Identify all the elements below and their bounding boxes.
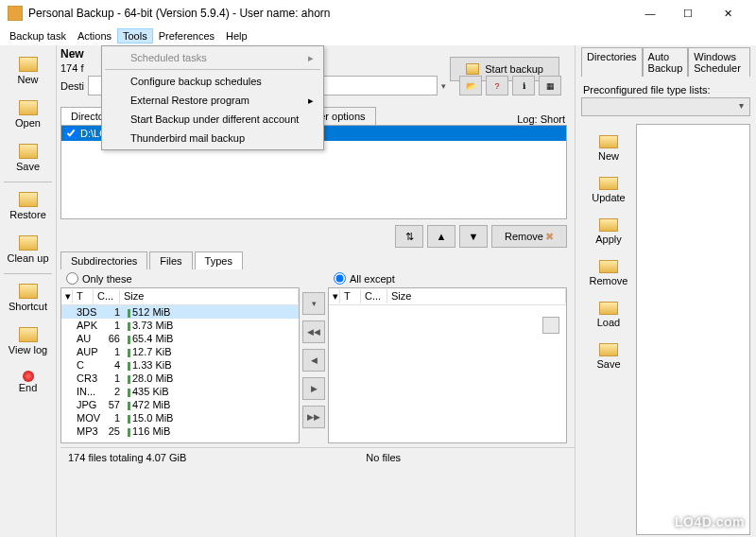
subtab-subdirectories[interactable]: Subdirectories — [60, 251, 147, 269]
separator — [4, 273, 52, 274]
move-far-right-button[interactable]: ▶▶ — [302, 406, 325, 428]
move-left-button[interactable]: ◀ — [302, 349, 325, 372]
move-all-left-button[interactable]: ▾ — [302, 292, 325, 315]
submenu-arrow-icon: ▸ — [308, 52, 314, 64]
type-row[interactable]: MP325116 MiB — [61, 424, 299, 438]
dest-info-button[interactable]: ℹ — [512, 76, 535, 95]
dest-extra-button[interactable]: ▦ — [539, 76, 561, 95]
rp-new-button[interactable]: New — [596, 131, 621, 165]
mi-configure-schedules[interactable]: Configure backup schedules — [104, 72, 321, 91]
type-row[interactable]: AU6665.4 MiB — [61, 332, 299, 345]
only-these-list[interactable]: ▾TC...Size 3DS1512 MiBAPK13.73 MiBAU6665… — [60, 287, 300, 443]
maximize-button[interactable]: ☐ — [669, 0, 707, 26]
btn-label: Remove — [590, 275, 628, 286]
viewlog-button[interactable]: View log — [2, 320, 54, 362]
btn-label: Save — [16, 161, 40, 172]
all-except-radio[interactable] — [334, 272, 346, 285]
rp-load-button[interactable]: Load — [595, 298, 622, 332]
rp-apply-button[interactable]: Apply — [593, 215, 624, 249]
restore-button[interactable]: Restore — [2, 185, 54, 227]
dest-help-button[interactable]: ? — [486, 76, 508, 95]
app-icon — [8, 6, 23, 21]
update-icon — [599, 177, 618, 190]
log-label[interactable]: Log: Short — [517, 113, 565, 125]
btn-label: Restore — [9, 209, 46, 220]
rtab-windows-scheduler[interactable]: Windows Scheduler — [688, 47, 750, 77]
mi-external-restore[interactable]: External Restore program▸ — [104, 91, 321, 110]
btn-label: Shortcut — [9, 301, 47, 312]
move-down-button[interactable]: ▼ — [459, 225, 488, 248]
cleanup-button[interactable]: Clean up — [2, 229, 54, 270]
type-row[interactable]: JPG57472 MiB — [61, 398, 299, 411]
move-all-right-button[interactable]: ◀◀ — [302, 320, 325, 343]
save-icon — [599, 343, 618, 356]
btn-label: Save — [596, 358, 620, 370]
type-row[interactable]: C41.33 KiB — [61, 358, 299, 372]
shortcut-icon — [19, 284, 38, 299]
menu-separator — [105, 69, 320, 70]
rtab-auto-backup[interactable]: Auto Backup — [643, 47, 689, 77]
menu-tools[interactable]: Tools — [117, 28, 153, 43]
right-panel: Directories Auto Backup Windows Schedule… — [575, 45, 756, 537]
footer-right: No files — [366, 452, 401, 463]
open-icon — [19, 100, 38, 115]
directory-checkbox[interactable] — [65, 128, 77, 139]
radio-label: Only these — [82, 273, 132, 285]
mi-thunderbird-backup[interactable]: Thunderbird mail backup — [104, 129, 321, 147]
type-row[interactable]: 3DS1512 MiB — [61, 305, 299, 319]
cleanup-icon — [19, 235, 38, 251]
minimize-button[interactable]: — — [631, 0, 669, 26]
new-icon — [599, 135, 618, 148]
new-button[interactable]: New — [2, 50, 54, 92]
type-row[interactable]: APK13.73 MiB — [61, 319, 299, 332]
preconfigured-list[interactable] — [636, 124, 750, 535]
type-row[interactable]: MOV115.0 MiB — [61, 411, 299, 424]
left-toolbar: New Open Save Restore Clean up Shortcut … — [0, 45, 57, 537]
end-button[interactable]: End — [2, 364, 54, 400]
dest-browse-button[interactable]: 📂 — [459, 76, 482, 95]
type-row[interactable]: CR3128.0 MiB — [61, 372, 299, 385]
shortcut-button[interactable]: Shortcut — [2, 277, 54, 319]
menu-preferences[interactable]: Preferences — [153, 28, 220, 43]
type-row[interactable]: AUP112.7 KiB — [61, 345, 299, 358]
btn-label: New — [598, 150, 619, 162]
mi-scheduled-tasks[interactable]: Scheduled tasks▸ — [104, 48, 321, 67]
remove-button[interactable]: Remove✖ — [491, 225, 567, 248]
btn-label: Remove — [505, 231, 543, 242]
mi-label: External Restore program — [130, 95, 249, 106]
menu-actions[interactable]: Actions — [72, 28, 117, 43]
move-right-button[interactable]: ▶ — [302, 377, 325, 400]
subtab-files[interactable]: Files — [149, 251, 192, 269]
load-icon — [599, 302, 618, 315]
mi-start-backup-diff-account[interactable]: Start Backup under different account — [104, 110, 321, 129]
window-title: Personal Backup - 64-bit (Version 5.9.4)… — [28, 7, 631, 20]
title-bar: Personal Backup - 64-bit (Version 5.9.4)… — [0, 0, 756, 26]
type-row[interactable]: IN...2435 KiB — [61, 385, 299, 398]
viewlog-icon — [19, 327, 38, 342]
btn-label: Apply — [595, 234, 622, 245]
close-button[interactable]: ✕ — [707, 0, 748, 26]
remove-icon: ✖ — [545, 231, 554, 243]
save-icon — [19, 144, 38, 159]
filter-button[interactable] — [542, 317, 559, 334]
save-button[interactable]: Save — [2, 137, 54, 179]
all-except-list[interactable]: ▾TC...Size — [328, 287, 567, 443]
rp-update-button[interactable]: Update — [590, 173, 627, 207]
btn-label: Open — [15, 117, 41, 129]
submenu-arrow-icon: ▸ — [308, 95, 314, 107]
watermark: LO4D.com — [675, 514, 745, 529]
separator — [4, 182, 52, 182]
rp-remove-button[interactable]: Remove — [588, 256, 630, 290]
dropdown-arrow-icon[interactable]: ▾ — [441, 81, 446, 91]
menu-help[interactable]: Help — [220, 28, 253, 43]
sort-button[interactable]: ⇅ — [395, 225, 423, 248]
only-these-radio[interactable] — [66, 272, 78, 285]
btn-label: New — [17, 74, 38, 85]
rtab-directories[interactable]: Directories — [581, 47, 643, 77]
menu-backup-task[interactable]: Backup task — [4, 28, 72, 43]
rp-save-button[interactable]: Save — [594, 339, 622, 373]
preconfigured-select[interactable] — [581, 97, 750, 116]
move-up-button[interactable]: ▲ — [427, 225, 455, 248]
open-button[interactable]: Open — [2, 94, 54, 135]
subtab-types[interactable]: Types — [195, 251, 243, 269]
